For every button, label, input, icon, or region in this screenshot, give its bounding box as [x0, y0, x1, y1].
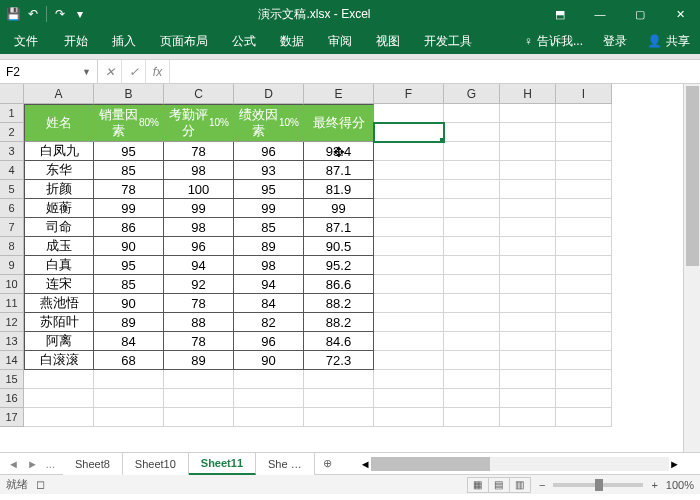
- row-header-14[interactable]: 14: [0, 351, 24, 370]
- cell-empty[interactable]: [556, 389, 612, 408]
- table-row[interactable]: 86.6: [304, 275, 374, 294]
- table-row[interactable]: 68: [94, 351, 164, 370]
- table-row[interactable]: 96: [234, 142, 304, 161]
- cell-empty[interactable]: [304, 389, 374, 408]
- cell-empty[interactable]: [556, 294, 612, 313]
- table-row[interactable]: 99: [234, 199, 304, 218]
- cell-empty[interactable]: [234, 370, 304, 389]
- cell-empty[interactable]: [500, 123, 556, 142]
- table-row[interactable]: 85: [94, 161, 164, 180]
- ribbon-tab-公式[interactable]: 公式: [220, 28, 268, 54]
- cell-empty[interactable]: [374, 313, 444, 332]
- cell-empty[interactable]: [556, 256, 612, 275]
- cell-empty[interactable]: [500, 389, 556, 408]
- row-header-16[interactable]: 16: [0, 389, 24, 408]
- table-row[interactable]: 折颜: [24, 180, 94, 199]
- row-header-10[interactable]: 10: [0, 275, 24, 294]
- hscroll-right-icon[interactable]: ►: [669, 458, 680, 470]
- cell-empty[interactable]: [304, 370, 374, 389]
- table-row[interactable]: 84: [94, 332, 164, 351]
- ribbon-tab-页面布局[interactable]: 页面布局: [148, 28, 220, 54]
- cell-empty[interactable]: [374, 370, 444, 389]
- select-all-corner[interactable]: [0, 84, 24, 104]
- cell-empty[interactable]: [444, 332, 500, 351]
- zoom-thumb[interactable]: [595, 479, 603, 491]
- cell-empty[interactable]: [500, 161, 556, 180]
- cell-empty[interactable]: [234, 408, 304, 427]
- table-row[interactable]: 96: [164, 237, 234, 256]
- sheet-tab-Sheet10[interactable]: Sheet10: [123, 453, 189, 475]
- table-row[interactable]: 98: [234, 256, 304, 275]
- cell-empty[interactable]: [374, 218, 444, 237]
- sheet-tab-She …[interactable]: She …: [256, 453, 315, 475]
- table-row[interactable]: 99: [164, 199, 234, 218]
- header-name[interactable]: 姓名: [24, 104, 94, 142]
- header-performance[interactable]: 绩效因素10%: [234, 104, 304, 142]
- cell-empty[interactable]: [374, 104, 444, 123]
- cell-empty[interactable]: [444, 218, 500, 237]
- row-header-9[interactable]: 9: [0, 256, 24, 275]
- table-row[interactable]: 90: [234, 351, 304, 370]
- table-row[interactable]: 95: [94, 142, 164, 161]
- table-row[interactable]: 84: [234, 294, 304, 313]
- cell-empty[interactable]: [444, 408, 500, 427]
- cell-empty[interactable]: [444, 142, 500, 161]
- row-header-8[interactable]: 8: [0, 237, 24, 256]
- cell-empty[interactable]: [556, 408, 612, 427]
- horizontal-scrollbar[interactable]: [371, 457, 670, 471]
- tab-nav-left-icon[interactable]: ◄: [8, 458, 19, 470]
- cell-empty[interactable]: [374, 408, 444, 427]
- cell-empty[interactable]: [374, 275, 444, 294]
- zoom-in-button[interactable]: +: [651, 479, 657, 491]
- cell-empty[interactable]: [164, 389, 234, 408]
- col-header-H[interactable]: H: [500, 84, 556, 104]
- ribbon-options-button[interactable]: ⬒: [540, 0, 580, 28]
- table-row[interactable]: 72.3: [304, 351, 374, 370]
- col-header-A[interactable]: A: [24, 84, 94, 104]
- name-box[interactable]: F2▼: [0, 60, 98, 83]
- table-row[interactable]: 88.2: [304, 313, 374, 332]
- table-row[interactable]: 93: [234, 161, 304, 180]
- signin-button[interactable]: 登录: [593, 33, 637, 50]
- table-row[interactable]: 88: [164, 313, 234, 332]
- view-mode-0[interactable]: ▦: [467, 477, 489, 493]
- cell-empty[interactable]: [444, 256, 500, 275]
- qat-dropdown-icon[interactable]: ▾: [71, 5, 89, 23]
- selected-cell[interactable]: [374, 123, 444, 142]
- table-row[interactable]: 白凤九: [24, 142, 94, 161]
- cell-empty[interactable]: [556, 370, 612, 389]
- cell-empty[interactable]: [374, 332, 444, 351]
- cell-empty[interactable]: [374, 351, 444, 370]
- table-row[interactable]: 99: [94, 199, 164, 218]
- cell-empty[interactable]: [500, 313, 556, 332]
- row-header-15[interactable]: 15: [0, 370, 24, 389]
- ribbon-tab-视图[interactable]: 视图: [364, 28, 412, 54]
- hscroll-left-icon[interactable]: ◄: [360, 458, 371, 470]
- ribbon-tab-开始[interactable]: 开始: [52, 28, 100, 54]
- cell-empty[interactable]: [556, 332, 612, 351]
- cell-empty[interactable]: [444, 370, 500, 389]
- cell-empty[interactable]: [94, 389, 164, 408]
- table-row[interactable]: 89: [94, 313, 164, 332]
- cell-empty[interactable]: [374, 142, 444, 161]
- table-row[interactable]: 86: [94, 218, 164, 237]
- table-row[interactable]: 100: [164, 180, 234, 199]
- sheet-tab-Sheet8[interactable]: Sheet8: [63, 453, 123, 475]
- cell-empty[interactable]: [500, 218, 556, 237]
- table-row[interactable]: 白滚滚: [24, 351, 94, 370]
- row-header-3[interactable]: 3: [0, 142, 24, 161]
- redo-icon[interactable]: ↷: [51, 5, 69, 23]
- table-row[interactable]: 90: [94, 237, 164, 256]
- col-header-F[interactable]: F: [374, 84, 444, 104]
- tab-nav-right-icon[interactable]: ►: [27, 458, 38, 470]
- table-row[interactable]: 90.5: [304, 237, 374, 256]
- cell-empty[interactable]: [556, 237, 612, 256]
- row-header-11[interactable]: 11: [0, 294, 24, 313]
- header-sales[interactable]: 销量因素80%: [94, 104, 164, 142]
- view-mode-2[interactable]: ▥: [509, 477, 531, 493]
- cell-empty[interactable]: [500, 256, 556, 275]
- sheet-tab-Sheet11[interactable]: Sheet11: [189, 453, 256, 475]
- share-button[interactable]: 👤共享: [637, 33, 700, 50]
- table-row[interactable]: 98: [164, 161, 234, 180]
- cell-empty[interactable]: [24, 389, 94, 408]
